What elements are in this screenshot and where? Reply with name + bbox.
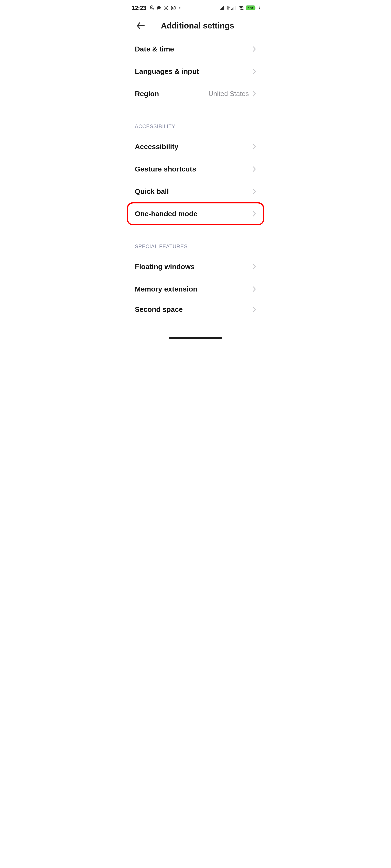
row-floating-windows[interactable]: Floating windows <box>135 255 256 278</box>
row-label: Region <box>135 90 159 98</box>
svg-point-5 <box>174 6 175 7</box>
chevron-right-icon <box>253 91 256 97</box>
chevron-right-icon <box>253 306 256 312</box>
network-type-label: 4G <box>227 6 229 10</box>
wifi-icon <box>238 5 244 10</box>
chevron-right-icon <box>253 188 256 194</box>
chevron-right-icon <box>253 211 256 217</box>
status-right: 4G <box>220 5 261 10</box>
row-label: Date & time <box>135 45 174 53</box>
row-label: Languages & input <box>135 67 199 75</box>
row-memory-extension[interactable]: Memory extension <box>135 278 256 300</box>
svg-rect-11 <box>232 8 233 10</box>
battery-icon: 100 <box>246 5 256 10</box>
svg-rect-7 <box>221 8 222 10</box>
row-date-time[interactable]: Date & time <box>135 38 256 60</box>
instagram-icon <box>163 5 169 10</box>
svg-rect-8 <box>222 7 223 10</box>
svg-point-14 <box>241 9 242 10</box>
svg-rect-12 <box>233 7 234 10</box>
row-second-space[interactable]: Second space <box>135 300 256 318</box>
chat-icon <box>157 5 161 10</box>
row-label: Accessibility <box>135 143 178 151</box>
chevron-right-icon <box>253 166 256 172</box>
row-label: Quick ball <box>135 187 169 195</box>
page-title: Additional settings <box>134 21 261 30</box>
row-region[interactable]: Region United States <box>135 83 256 105</box>
row-label: Second space <box>135 305 183 313</box>
data-arrows-icon <box>227 8 229 10</box>
battery-level: 100 <box>246 5 255 10</box>
row-gesture-shortcuts[interactable]: Gesture shortcuts <box>135 158 256 180</box>
section-accessibility: ACCESSIBILITY <box>135 117 256 135</box>
svg-rect-9 <box>223 6 224 10</box>
svg-rect-6 <box>220 9 221 10</box>
settings-list: Date & time Languages & input Region Uni… <box>124 38 267 318</box>
chevron-right-icon <box>253 264 256 270</box>
status-time: 12:23 <box>132 4 146 11</box>
row-languages-input[interactable]: Languages & input <box>135 60 256 83</box>
section-special-features: SPECIAL FEATURES <box>135 238 256 255</box>
do-not-disturb-icon <box>149 5 155 10</box>
more-notifications-dot <box>179 7 180 8</box>
status-bar: 12:23 <box>124 0 267 13</box>
instagram-icon <box>171 5 176 10</box>
charging-icon <box>258 5 261 10</box>
row-label: Floating windows <box>135 262 195 271</box>
row-quick-ball[interactable]: Quick ball <box>135 180 256 203</box>
row-one-handed-mode[interactable]: One-handed mode <box>135 203 256 225</box>
svg-rect-10 <box>231 9 232 10</box>
svg-point-2 <box>167 6 167 7</box>
row-accessibility[interactable]: Accessibility <box>135 135 256 158</box>
signal-icon <box>220 6 225 10</box>
svg-point-1 <box>165 7 167 9</box>
chevron-right-icon <box>253 144 256 150</box>
row-value: United States <box>208 90 249 98</box>
chevron-right-icon <box>253 68 256 74</box>
home-indicator[interactable] <box>169 337 222 339</box>
chevron-right-icon <box>253 286 256 292</box>
status-left: 12:23 <box>132 4 180 11</box>
row-label: One-handed mode <box>135 210 197 218</box>
phone-frame: 12:23 <box>124 0 267 343</box>
signal-icon <box>231 6 236 10</box>
svg-point-4 <box>172 7 174 9</box>
highlight-one-handed: One-handed mode <box>127 203 264 225</box>
row-label: Gesture shortcuts <box>135 165 196 173</box>
row-label: Memory extension <box>135 285 197 293</box>
chevron-right-icon <box>253 46 256 52</box>
svg-rect-13 <box>235 6 235 10</box>
header: Additional settings <box>124 13 267 38</box>
